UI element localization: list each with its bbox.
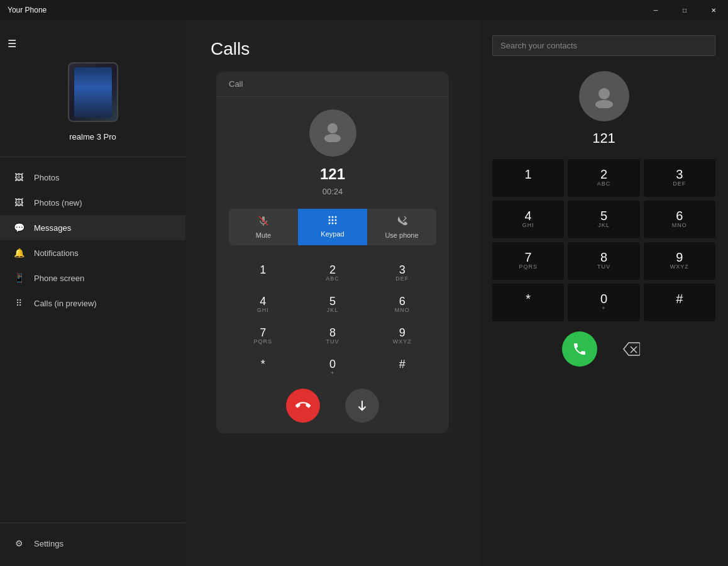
calls-icon: ⠿: [13, 297, 25, 309]
svg-point-15: [595, 100, 613, 108]
mute-icon: [258, 215, 269, 229]
use-phone-button[interactable]: Use phone: [367, 209, 436, 245]
close-button[interactable]: ✕: [699, 0, 728, 20]
phone-key-star[interactable]: *: [229, 352, 297, 382]
call-green-icon: [571, 341, 588, 357]
phone-key-7[interactable]: 7 PQRS: [229, 321, 297, 351]
right-key-5[interactable]: 5 JKL: [568, 201, 639, 238]
svg-point-5: [329, 216, 331, 218]
search-contacts-input[interactable]: [492, 35, 715, 56]
mute-label: Mute: [256, 231, 271, 239]
mute-button[interactable]: Mute: [229, 209, 298, 245]
content-area: Calls Call 121 00:24: [185, 20, 480, 566]
phone-mockup-header: Call: [216, 72, 449, 97]
svg-point-14: [598, 88, 610, 99]
window-controls: ─ □ ✕: [641, 0, 728, 20]
sidebar-item-settings[interactable]: ⚙ Settings: [0, 531, 185, 556]
backspace-button[interactable]: [616, 334, 646, 364]
calls-title: Calls: [211, 39, 455, 59]
svg-point-11: [329, 223, 331, 225]
right-panel: 121 1 2 ABC 3 DEF 4 GHI 5 JKL: [480, 20, 728, 566]
phone-key-3[interactable]: 3 DEF: [368, 258, 436, 288]
phone-mockup-container: Call 121 00:24: [211, 72, 455, 433]
device-name: realme 3 Pro: [69, 132, 116, 142]
minimize-button[interactable]: ─: [641, 0, 670, 20]
call-green-button[interactable]: [562, 331, 597, 367]
hamburger-button[interactable]: ☰: [0, 33, 24, 55]
maximize-button[interactable]: □: [670, 0, 699, 20]
app-title: Your Phone: [8, 6, 47, 14]
right-key-9[interactable]: 9 WXYZ: [644, 242, 715, 280]
avatar-person-icon: [592, 84, 616, 108]
phone-key-6[interactable]: 6 MNO: [368, 289, 436, 319]
right-key-hash[interactable]: #: [644, 284, 715, 321]
phone-key-4[interactable]: 4 GHI: [229, 289, 297, 319]
right-key-4[interactable]: 4 GHI: [492, 201, 564, 238]
phone-mockup-body: 121 00:24: [216, 97, 449, 433]
sidebar-item-label: Messages: [34, 223, 71, 233]
right-key-8[interactable]: 8 TUV: [568, 242, 639, 280]
more-options-button[interactable]: [345, 389, 379, 423]
keypad-icon: [328, 215, 338, 228]
use-phone-icon: [396, 215, 407, 229]
right-key-7[interactable]: 7 PQRS: [492, 242, 564, 280]
phone-key-hash[interactable]: #: [368, 352, 436, 382]
sidebar-item-calls[interactable]: ⠿ Calls (in preview): [0, 291, 185, 316]
right-key-2[interactable]: 2 ABC: [568, 159, 639, 197]
phone-key-2[interactable]: 2 ABC: [299, 258, 367, 288]
messages-icon: 💬: [13, 221, 25, 234]
keypad-label: Keypad: [321, 230, 344, 238]
right-avatar-container: [492, 71, 715, 121]
right-key-1[interactable]: 1: [492, 159, 564, 197]
title-bar: Your Phone ─ □ ✕: [0, 0, 728, 20]
right-key-6[interactable]: 6 MNO: [644, 201, 715, 238]
avatar-icon: [321, 119, 344, 147]
right-key-star[interactable]: *: [492, 284, 564, 321]
phone-screen-icon: 📱: [13, 272, 25, 284]
notifications-icon: 🔔: [13, 247, 25, 259]
end-call-button[interactable]: [286, 389, 320, 423]
sidebar-bottom: ⚙ Settings: [0, 523, 185, 566]
sidebar-item-label: Photos (new): [34, 198, 82, 208]
use-phone-label: Use phone: [385, 231, 418, 239]
sidebar-item-phone-screen[interactable]: 📱 Phone screen: [0, 265, 185, 291]
svg-point-6: [332, 216, 334, 218]
sidebar-top: ☰ realme 3 Pro: [0, 20, 185, 152]
call-timer: 00:24: [323, 187, 343, 196]
svg-point-13: [335, 223, 337, 225]
phone-key-8[interactable]: 8 TUV: [299, 321, 367, 351]
sidebar-item-label: Phone screen: [34, 274, 84, 283]
svg-point-1: [324, 134, 341, 142]
settings-label: Settings: [34, 539, 63, 548]
call-avatar: [309, 109, 356, 157]
phone-key-0[interactable]: 0 +: [299, 352, 367, 382]
phone-key-5[interactable]: 5 JKL: [299, 289, 367, 319]
sidebar-item-photos[interactable]: 🖼 Photos: [0, 165, 185, 190]
phone-keypad: 1 2 ABC 3 DEF 4 GHI: [229, 258, 436, 382]
sidebar-item-photos-new[interactable]: 🖼 Photos (new): [0, 190, 185, 215]
sidebar-item-notifications[interactable]: 🔔 Notifications: [0, 240, 185, 265]
svg-point-12: [332, 223, 334, 225]
sidebar-item-label: Calls (in preview): [34, 299, 97, 308]
sidebar-item-messages[interactable]: 💬 Messages: [0, 215, 185, 240]
device-image: [68, 62, 118, 122]
photos-icon: 🖼: [13, 171, 25, 184]
keypad-button[interactable]: Keypad: [298, 209, 367, 245]
sidebar-item-label: Photos: [34, 173, 59, 182]
sidebar-nav: 🖼 Photos 🖼 Photos (new) 💬 Messages 🔔 Not…: [0, 162, 185, 523]
right-key-3[interactable]: 3 DEF: [644, 159, 715, 197]
sidebar-divider: [0, 157, 185, 157]
backspace-icon: [622, 342, 640, 356]
title-bar-left: Your Phone: [8, 6, 47, 14]
svg-point-10: [335, 219, 337, 221]
phone-call-bottom: [229, 382, 436, 426]
phone-key-9[interactable]: 9 WXYZ: [368, 321, 436, 351]
device-screen: [74, 67, 112, 118]
photos-new-icon: 🖼: [13, 196, 25, 209]
sidebar: ☰ realme 3 Pro 🖼 Photos 🖼 Photos (new) 💬…: [0, 20, 185, 566]
svg-point-0: [328, 123, 338, 133]
phone-key-1[interactable]: 1: [229, 258, 297, 288]
right-key-0[interactable]: 0 +: [568, 284, 639, 321]
call-number: 121: [320, 165, 345, 183]
main-container: ☰ realme 3 Pro 🖼 Photos 🖼 Photos (new) 💬…: [0, 20, 728, 566]
